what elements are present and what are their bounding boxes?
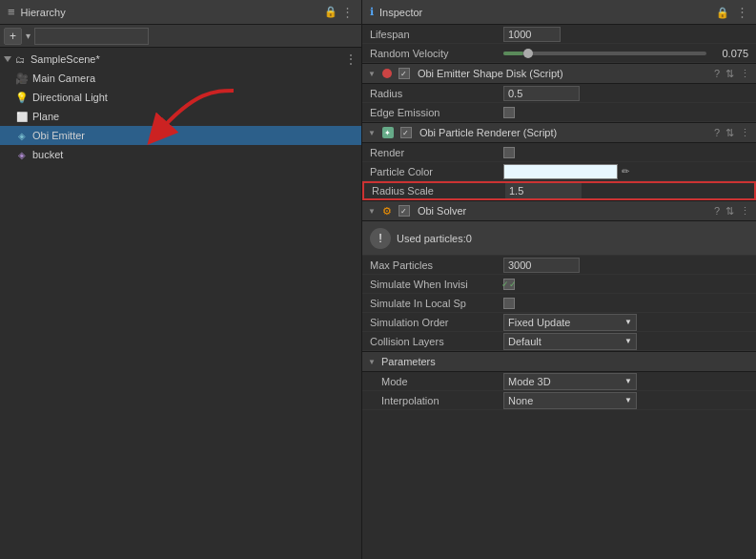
lifespan-label: Lifespan (370, 29, 503, 40)
max-particles-input[interactable] (503, 258, 580, 273)
lifespan-input[interactable] (503, 27, 561, 42)
scene-row[interactable]: 🗂 SampleScene* ⋮ (0, 50, 361, 69)
settings-icon-os[interactable]: ⇅ (725, 205, 734, 217)
emitter-shape-icon (382, 69, 392, 78)
color-swatch[interactable] (503, 164, 618, 179)
hierarchy-title: Hierarchy (21, 7, 66, 18)
random-velocity-slider-container: 0.075 (503, 48, 748, 59)
hierarchy-header: ≡ Hierarchy 🔒 ⋮ (0, 0, 361, 25)
more-icon: ⋮ (341, 5, 354, 19)
warning-icon: ! (370, 228, 391, 249)
collision-layers-value: Default (508, 336, 541, 347)
radius-label: Radius (370, 88, 503, 99)
collapse-icon-os[interactable]: ▼ (368, 207, 376, 216)
mode-dropdown[interactable]: Mode 3D ▼ (503, 373, 637, 390)
radius-scale-row: Radius Scale (362, 181, 756, 200)
dropdown-arrow-mode-icon: ▼ (624, 377, 632, 385)
mode-row: Mode Mode 3D ▼ (362, 372, 756, 391)
simulation-order-dropdown[interactable]: Fixed Update ▼ (503, 314, 637, 331)
scene-label: SampleScene* (31, 53, 100, 65)
sidebar-item-obi-emitter[interactable]: ◈ Obi Emitter (0, 126, 361, 145)
lock-icon: 🔒 (716, 7, 729, 18)
solver-enabled-checkbox[interactable] (398, 205, 410, 217)
particle-color-row: Particle Color ✏ (362, 162, 756, 181)
light-icon: 💡 (15, 91, 29, 104)
info-icon: ℹ (370, 6, 374, 18)
inspector-header-actions: 🔒 ⋮ (716, 5, 748, 19)
particle-renderer-icon: ✦ (382, 127, 394, 138)
sidebar-item-bucket[interactable]: ◈ bucket (0, 145, 361, 164)
sidebar-item-plane[interactable]: ⬜ Plane (0, 107, 361, 126)
scene-menu-icon[interactable]: ⋮ (344, 52, 361, 67)
hierarchy-header-icons: 🔒 ⋮ (324, 5, 354, 19)
camera-icon: 🎥 (15, 72, 29, 85)
interpolation-value: None (508, 395, 533, 406)
emitter-shape-actions: ? ⇅ ⋮ (714, 68, 750, 80)
hierarchy-panel: ≡ Hierarchy 🔒 ⋮ + ▾ 🗂 SampleScene* ⋮ 🎥 M… (0, 0, 362, 559)
dropdown-arrow-interp-icon: ▼ (624, 396, 632, 404)
parameters-section-header: ▼ Parameters (362, 351, 756, 372)
settings-icon-pr[interactable]: ⇅ (725, 127, 734, 139)
help-icon: ? (714, 68, 720, 79)
plane-label: Plane (32, 111, 59, 122)
parameters-title: Parameters (381, 356, 750, 367)
dropdown-arrow-icon: ▼ (624, 318, 632, 326)
add-button[interactable]: + (4, 28, 22, 45)
warning-box: ! Used particles:0 (362, 221, 756, 256)
eyedropper-icon[interactable]: ✏ (622, 166, 629, 176)
radius-row: Radius (362, 84, 756, 103)
bucket-icon: ◈ (15, 148, 29, 161)
simulate-local-row: Simulate In Local Sp (362, 294, 756, 313)
sidebar-item-directional-light[interactable]: 💡 Directional Light (0, 88, 361, 107)
particle-color-label: Particle Color (370, 166, 503, 177)
bucket-label: bucket (32, 149, 63, 160)
collapse-icon[interactable]: ▼ (368, 70, 376, 78)
particle-color-control: ✏ (503, 164, 629, 179)
more-icon[interactable]: ⋮ (740, 68, 750, 80)
settings-icon[interactable]: ⇅ (725, 68, 734, 80)
mode-value: Mode 3D (508, 376, 551, 387)
simulate-local-checkbox[interactable] (503, 298, 515, 309)
collapse-icon-params[interactable]: ▼ (368, 358, 376, 366)
help-icon-pr: ? (714, 127, 720, 138)
simulate-invisible-row: Simulate When Invisi ✓ (362, 275, 756, 294)
slider-thumb (523, 49, 533, 58)
particle-renderer-enabled-checkbox[interactable] (400, 127, 412, 138)
collapse-icon-pr[interactable]: ▼ (368, 129, 376, 137)
inspector-panel: ℹ Inspector 🔒 ⋮ Lifespan Random Velocity… (362, 0, 756, 559)
random-velocity-slider[interactable] (503, 52, 706, 55)
hierarchy-content: 🗂 SampleScene* ⋮ 🎥 Main Camera 💡 Directi… (0, 48, 361, 559)
lock-icon: 🔒 (324, 6, 337, 18)
collision-layers-row: Collision Layers Default ▼ (362, 332, 756, 351)
search-input[interactable] (34, 28, 149, 45)
more-icon-pr[interactable]: ⋮ (740, 127, 750, 139)
max-particles-row: Max Particles (362, 256, 756, 275)
collision-layers-label: Collision Layers (370, 336, 503, 347)
render-label: Render (370, 147, 503, 158)
inspector-header: ℹ Inspector 🔒 ⋮ (362, 0, 756, 25)
inspector-title: Inspector (379, 7, 422, 18)
edge-emission-checkbox[interactable] (503, 107, 515, 118)
solver-actions: ? ⇅ ⋮ (714, 205, 750, 217)
inspector-scroll-area[interactable]: Lifespan Random Velocity 0.075 ▼ Obi Emi… (362, 25, 756, 559)
radius-scale-input[interactable] (505, 183, 582, 198)
more-options-icon: ⋮ (736, 5, 748, 19)
particle-renderer-actions: ? ⇅ ⋮ (714, 127, 750, 139)
emitter-shape-enabled-checkbox[interactable] (398, 68, 410, 79)
simulation-order-value: Fixed Update (508, 317, 570, 328)
simulate-local-label: Simulate In Local Sp (370, 298, 503, 309)
simulate-invisible-checkbox[interactable]: ✓ (503, 279, 515, 290)
interpolation-row: Interpolation None ▼ (362, 391, 756, 410)
random-velocity-label: Random Velocity (370, 48, 503, 59)
render-checkbox[interactable] (503, 147, 515, 158)
obi-emitter-label: Obi Emitter (32, 130, 85, 141)
more-icon-os[interactable]: ⋮ (740, 205, 750, 217)
max-particles-label: Max Particles (370, 259, 503, 271)
sidebar-item-main-camera[interactable]: 🎥 Main Camera (0, 69, 361, 88)
emitter-icon: ◈ (15, 129, 29, 142)
solver-icon: ⚙ (382, 205, 392, 217)
radius-input[interactable] (503, 86, 580, 101)
interpolation-dropdown[interactable]: None ▼ (503, 392, 637, 409)
scene-icon: 🗂 (13, 52, 27, 66)
collision-layers-dropdown[interactable]: Default ▼ (503, 333, 637, 350)
